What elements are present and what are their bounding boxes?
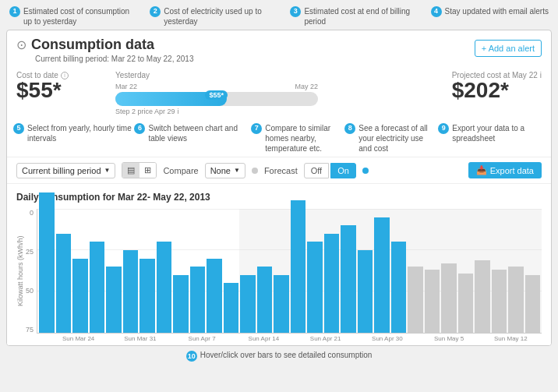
- bar-7[interactable]: [157, 242, 172, 333]
- projected-block: Projected cost at May 22 i $202*: [452, 71, 542, 101]
- x-label-5: Sun Apr 30: [356, 335, 418, 342]
- top-annotations: 1 Estimated cost of consumption up to ye…: [6, 6, 552, 26]
- bar-26[interactable]: [475, 260, 490, 333]
- x-label-1: Sun Mar 31: [109, 335, 171, 342]
- bar-0[interactable]: [39, 192, 55, 333]
- annotation-num-7: 7: [251, 123, 262, 134]
- period-select-label: Current billing period: [22, 166, 101, 175]
- bar-25[interactable]: [458, 274, 474, 333]
- annotation-text-2: Cost of electricity used up to yesterday: [164, 6, 274, 26]
- annotation-7: 7 Compare to similar homes nearby, tempe…: [251, 123, 344, 154]
- bar-6[interactable]: [140, 259, 155, 333]
- chart-plot[interactable]: [37, 209, 542, 334]
- annotation-4: 4 Stay updated with email alerts: [431, 6, 549, 26]
- projected-amount: $202*: [452, 79, 542, 101]
- card-header: ⊙ Consumption data Current billing perio…: [7, 30, 551, 66]
- consumption-icon: ⊙: [16, 37, 26, 52]
- bar-28[interactable]: [508, 267, 524, 333]
- cost-to-date-info-icon[interactable]: i: [61, 72, 69, 79]
- export-button[interactable]: 📥 Export data: [468, 162, 542, 178]
- annotation-num-6: 6: [134, 123, 145, 134]
- bar-4[interactable]: [106, 267, 122, 333]
- progress-area: Mar 22 May 22 $55* Step 2 price Apr 29 i: [115, 83, 318, 115]
- bar-27[interactable]: [492, 270, 507, 333]
- bars-container: [37, 209, 542, 333]
- compare-select-value: None: [210, 166, 231, 175]
- y-axis-title: Kilowatt hours (kWh/h): [16, 209, 24, 334]
- bar-18[interactable]: [341, 225, 356, 333]
- cost-section: Cost to date i $55* Yesterday Mar 22 May…: [7, 66, 551, 120]
- period-select[interactable]: Current billing period ▼: [16, 163, 115, 178]
- forecast-off-button[interactable]: Off: [304, 163, 329, 178]
- period-dropdown-arrow: ▼: [104, 167, 111, 174]
- range-end: May 22: [295, 83, 318, 90]
- bar-15[interactable]: [291, 200, 306, 333]
- annotation-num-3: 3: [290, 6, 301, 17]
- annotation-num-5: 5: [13, 123, 24, 134]
- billing-period-text: Current billing period: Mar 22 to May 22…: [35, 55, 193, 63]
- annotation-text-3: Estimated cost at end of billing period: [304, 6, 415, 26]
- forecast-on-button[interactable]: On: [330, 163, 356, 178]
- annotation-text-4: Stay updated with email alerts: [445, 6, 549, 16]
- step2-info-icon[interactable]: i: [177, 108, 178, 115]
- bar-5[interactable]: [123, 250, 139, 333]
- bar-13[interactable]: [257, 267, 273, 333]
- y-label-25: 25: [26, 248, 34, 256]
- bar-19[interactable]: [358, 250, 373, 333]
- annotation-text-5: Select from yearly, hourly time interval…: [27, 123, 134, 143]
- compare-select[interactable]: None ▼: [205, 163, 245, 178]
- export-icon: 📥: [476, 165, 487, 175]
- bar-20[interactable]: [374, 217, 390, 333]
- annotation-5: 5 Select from yearly, hourly time interv…: [13, 123, 134, 143]
- annotation-9: 9 Export your data to a spreadsheet: [438, 123, 545, 143]
- chart-container: Daily consumption for Mar 22- May 22, 20…: [7, 184, 551, 345]
- card-title: ⊙ Consumption data: [16, 37, 193, 53]
- annotation-num-1: 1: [9, 6, 20, 17]
- bar-24[interactable]: [441, 263, 457, 333]
- card-title-section: ⊙ Consumption data Current billing perio…: [16, 37, 193, 63]
- annotation-text-6: Switch between chart and table views: [148, 123, 251, 143]
- page-wrapper: 1 Estimated cost of consumption up to ye…: [0, 0, 558, 392]
- bar-2[interactable]: [72, 259, 88, 333]
- annotation-num-8: 8: [344, 123, 355, 134]
- bar-12[interactable]: [240, 275, 256, 333]
- annotation-num-4: 4: [431, 6, 442, 17]
- cost-to-date-block: Cost to date i $55* Yesterday Mar 22 May…: [16, 71, 318, 115]
- bar-9[interactable]: [190, 267, 206, 333]
- forecast-dot-indicator: [362, 168, 369, 174]
- x-label-0: Sun Mar 24: [48, 335, 109, 342]
- cost-to-date-value: $55*: [16, 79, 69, 101]
- bar-1[interactable]: [56, 234, 72, 333]
- annotation-6: 6 Switch between chart and table views: [134, 123, 251, 143]
- bar-29[interactable]: [525, 275, 541, 333]
- forecast-label: Forecast: [264, 166, 298, 175]
- annotation-3: 3 Estimated cost at end of billing perio…: [290, 6, 415, 26]
- main-card: ⊙ Consumption data Current billing perio…: [6, 30, 552, 346]
- annotation-1: 1 Estimated cost of consumption up to ye…: [9, 6, 134, 26]
- projected-info-icon[interactable]: i: [540, 71, 542, 79]
- page-title: Consumption data: [31, 37, 154, 53]
- bar-21[interactable]: [391, 242, 407, 333]
- bar-14[interactable]: [274, 275, 289, 333]
- chart-table-button[interactable]: ⊞: [140, 163, 156, 178]
- x-label-2: Sun Apr 7: [171, 335, 233, 342]
- bar-10[interactable]: [207, 259, 222, 333]
- progress-thumb: $55*: [205, 90, 228, 100]
- add-alert-button[interactable]: + Add an alert: [475, 40, 542, 57]
- mid-annotations: 5 Select from yearly, hourly time interv…: [7, 120, 551, 157]
- bar-3[interactable]: [90, 242, 105, 333]
- compare-dot-indicator: [252, 168, 258, 174]
- annotation-8: 8 See a forecast of all your electricity…: [344, 123, 438, 154]
- bar-17[interactable]: [324, 234, 340, 333]
- x-label-7: Sun May 12: [480, 335, 542, 342]
- bar-23[interactable]: [425, 270, 440, 333]
- annotation-text-10: Hover/click over bars to see detailed co…: [200, 351, 373, 359]
- annotation-text-7: Compare to similar homes nearby, tempera…: [265, 123, 344, 154]
- bar-8[interactable]: [173, 275, 189, 333]
- bar-16[interactable]: [307, 242, 323, 333]
- chart-bar-button[interactable]: ▤: [122, 163, 140, 178]
- bar-11[interactable]: [224, 283, 239, 333]
- range-start: Mar 22: [115, 83, 137, 90]
- y-axis: 75 50 25 0: [26, 209, 37, 334]
- bar-22[interactable]: [408, 267, 423, 333]
